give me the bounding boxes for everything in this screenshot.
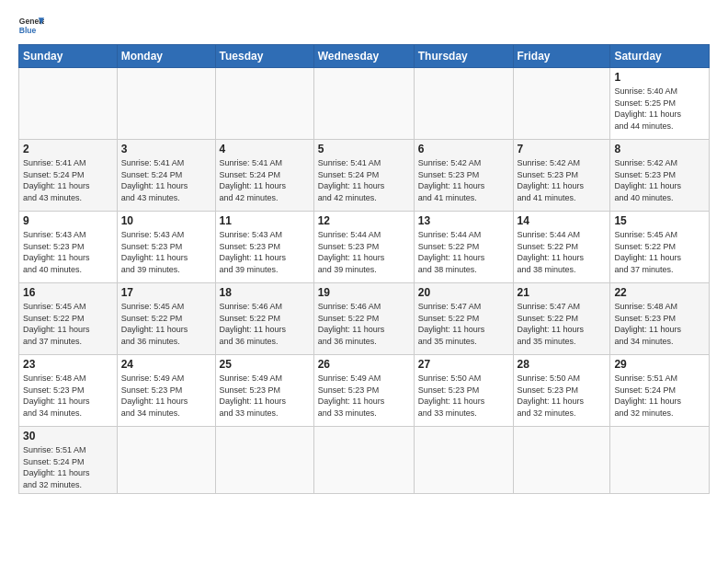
generalblue-logo-icon: General Blue — [18, 15, 44, 35]
day-number: 11 — [220, 214, 310, 227]
day-info: Sunrise: 5:45 AM Sunset: 5:22 PM Dayligh… — [614, 229, 705, 275]
calendar-cell: 26Sunrise: 5:49 AM Sunset: 5:23 PM Dayli… — [313, 355, 414, 427]
day-number: 21 — [518, 286, 607, 299]
calendar-cell: 21Sunrise: 5:47 AM Sunset: 5:22 PM Dayli… — [513, 283, 610, 355]
calendar-cell: 23Sunrise: 5:48 AM Sunset: 5:23 PM Dayli… — [19, 355, 118, 427]
calendar-cell — [313, 68, 414, 140]
day-info: Sunrise: 5:49 AM Sunset: 5:23 PM Dayligh… — [220, 373, 310, 419]
day-number: 16 — [23, 286, 113, 299]
day-number: 13 — [418, 214, 509, 227]
day-info: Sunrise: 5:44 AM Sunset: 5:23 PM Dayligh… — [318, 229, 410, 275]
day-number: 27 — [418, 358, 509, 371]
calendar-cell — [414, 68, 513, 140]
day-number: 25 — [220, 358, 310, 371]
day-number: 9 — [23, 214, 113, 227]
day-info: Sunrise: 5:51 AM Sunset: 5:24 PM Dayligh… — [614, 373, 705, 419]
day-number: 18 — [220, 286, 310, 299]
day-number: 19 — [318, 286, 410, 299]
calendar-cell — [117, 427, 215, 494]
weekday-header-row: SundayMondayTuesdayWednesdayThursdayFrid… — [19, 45, 710, 68]
weekday-header-sunday: Sunday — [19, 45, 118, 68]
calendar-cell: 22Sunrise: 5:48 AM Sunset: 5:23 PM Dayli… — [610, 283, 710, 355]
day-number: 26 — [318, 358, 410, 371]
calendar-cell: 11Sunrise: 5:43 AM Sunset: 5:23 PM Dayli… — [215, 212, 313, 283]
calendar-cell: 3Sunrise: 5:41 AM Sunset: 5:24 PM Daylig… — [117, 140, 215, 212]
day-info: Sunrise: 5:48 AM Sunset: 5:23 PM Dayligh… — [614, 301, 705, 347]
calendar-cell: 6Sunrise: 5:42 AM Sunset: 5:23 PM Daylig… — [414, 140, 513, 212]
calendar-cell: 15Sunrise: 5:45 AM Sunset: 5:22 PM Dayli… — [610, 212, 710, 283]
calendar-cell: 29Sunrise: 5:51 AM Sunset: 5:24 PM Dayli… — [610, 355, 710, 427]
calendar-cell — [414, 427, 513, 494]
day-info: Sunrise: 5:46 AM Sunset: 5:22 PM Dayligh… — [220, 301, 310, 347]
day-number: 20 — [418, 286, 509, 299]
calendar-cell — [117, 68, 215, 140]
calendar-cell: 18Sunrise: 5:46 AM Sunset: 5:22 PM Dayli… — [215, 283, 313, 355]
calendar-week-row: 23Sunrise: 5:48 AM Sunset: 5:23 PM Dayli… — [19, 355, 710, 427]
day-number: 5 — [318, 143, 410, 155]
day-number: 23 — [23, 358, 113, 371]
day-info: Sunrise: 5:41 AM Sunset: 5:24 PM Dayligh… — [23, 157, 113, 203]
day-info: Sunrise: 5:51 AM Sunset: 5:24 PM Dayligh… — [23, 444, 113, 490]
day-info: Sunrise: 5:47 AM Sunset: 5:22 PM Dayligh… — [418, 301, 509, 347]
day-info: Sunrise: 5:42 AM Sunset: 5:23 PM Dayligh… — [418, 157, 509, 203]
day-number: 8 — [614, 143, 705, 155]
day-number: 14 — [518, 214, 607, 227]
calendar-cell: 25Sunrise: 5:49 AM Sunset: 5:23 PM Dayli… — [215, 355, 313, 427]
day-info: Sunrise: 5:45 AM Sunset: 5:22 PM Dayligh… — [23, 301, 113, 347]
weekday-header-tuesday: Tuesday — [215, 45, 313, 68]
day-number: 10 — [121, 214, 211, 227]
svg-text:Blue: Blue — [19, 26, 37, 35]
calendar-cell: 20Sunrise: 5:47 AM Sunset: 5:22 PM Dayli… — [414, 283, 513, 355]
weekday-header-friday: Friday — [513, 45, 610, 68]
calendar-cell — [313, 427, 414, 494]
day-info: Sunrise: 5:45 AM Sunset: 5:22 PM Dayligh… — [121, 301, 211, 347]
weekday-header-saturday: Saturday — [610, 45, 710, 68]
day-info: Sunrise: 5:49 AM Sunset: 5:23 PM Dayligh… — [318, 373, 410, 419]
weekday-header-monday: Monday — [117, 45, 215, 68]
calendar-cell — [610, 427, 710, 494]
page: General Blue SundayMondayTuesdayWednesda… — [0, 0, 728, 563]
day-info: Sunrise: 5:43 AM Sunset: 5:23 PM Dayligh… — [121, 229, 211, 275]
day-info: Sunrise: 5:46 AM Sunset: 5:22 PM Dayligh… — [318, 301, 410, 347]
day-info: Sunrise: 5:43 AM Sunset: 5:23 PM Dayligh… — [220, 229, 310, 275]
day-info: Sunrise: 5:44 AM Sunset: 5:22 PM Dayligh… — [418, 229, 509, 275]
day-number: 1 — [614, 71, 705, 84]
day-info: Sunrise: 5:48 AM Sunset: 5:23 PM Dayligh… — [23, 373, 113, 419]
day-number: 15 — [614, 214, 705, 227]
calendar-cell: 5Sunrise: 5:41 AM Sunset: 5:24 PM Daylig… — [313, 140, 414, 212]
day-info: Sunrise: 5:42 AM Sunset: 5:23 PM Dayligh… — [518, 157, 607, 203]
calendar-cell: 12Sunrise: 5:44 AM Sunset: 5:23 PM Dayli… — [313, 212, 414, 283]
day-info: Sunrise: 5:50 AM Sunset: 5:23 PM Dayligh… — [518, 373, 607, 419]
calendar-cell: 13Sunrise: 5:44 AM Sunset: 5:22 PM Dayli… — [414, 212, 513, 283]
calendar-cell: 17Sunrise: 5:45 AM Sunset: 5:22 PM Dayli… — [117, 283, 215, 355]
calendar-cell: 2Sunrise: 5:41 AM Sunset: 5:24 PM Daylig… — [19, 140, 118, 212]
calendar-cell: 8Sunrise: 5:42 AM Sunset: 5:23 PM Daylig… — [610, 140, 710, 212]
day-number: 29 — [614, 358, 705, 371]
day-number: 30 — [23, 430, 113, 442]
calendar-cell: 10Sunrise: 5:43 AM Sunset: 5:23 PM Dayli… — [117, 212, 215, 283]
calendar-cell: 16Sunrise: 5:45 AM Sunset: 5:22 PM Dayli… — [19, 283, 118, 355]
calendar-cell: 27Sunrise: 5:50 AM Sunset: 5:23 PM Dayli… — [414, 355, 513, 427]
day-number: 7 — [518, 143, 607, 155]
calendar-cell: 9Sunrise: 5:43 AM Sunset: 5:23 PM Daylig… — [19, 212, 118, 283]
day-number: 4 — [220, 143, 310, 155]
day-info: Sunrise: 5:50 AM Sunset: 5:23 PM Dayligh… — [418, 373, 509, 419]
day-info: Sunrise: 5:40 AM Sunset: 5:25 PM Dayligh… — [614, 86, 705, 132]
calendar-cell: 28Sunrise: 5:50 AM Sunset: 5:23 PM Dayli… — [513, 355, 610, 427]
calendar-week-row: 2Sunrise: 5:41 AM Sunset: 5:24 PM Daylig… — [19, 140, 710, 212]
calendar-week-row: 9Sunrise: 5:43 AM Sunset: 5:23 PM Daylig… — [19, 212, 710, 283]
day-number: 12 — [318, 214, 410, 227]
calendar-cell: 4Sunrise: 5:41 AM Sunset: 5:24 PM Daylig… — [215, 140, 313, 212]
calendar-cell: 19Sunrise: 5:46 AM Sunset: 5:22 PM Dayli… — [313, 283, 414, 355]
day-info: Sunrise: 5:44 AM Sunset: 5:22 PM Dayligh… — [518, 229, 607, 275]
calendar-cell — [513, 68, 610, 140]
day-number: 17 — [121, 286, 211, 299]
day-info: Sunrise: 5:42 AM Sunset: 5:23 PM Dayligh… — [614, 157, 705, 203]
calendar-cell — [513, 427, 610, 494]
calendar-cell: 7Sunrise: 5:42 AM Sunset: 5:23 PM Daylig… — [513, 140, 610, 212]
day-info: Sunrise: 5:47 AM Sunset: 5:22 PM Dayligh… — [518, 301, 607, 347]
calendar-cell — [19, 68, 118, 140]
header: General Blue — [18, 15, 710, 35]
calendar-week-row: 1Sunrise: 5:40 AM Sunset: 5:25 PM Daylig… — [19, 68, 710, 140]
calendar-cell: 1Sunrise: 5:40 AM Sunset: 5:25 PM Daylig… — [610, 68, 710, 140]
